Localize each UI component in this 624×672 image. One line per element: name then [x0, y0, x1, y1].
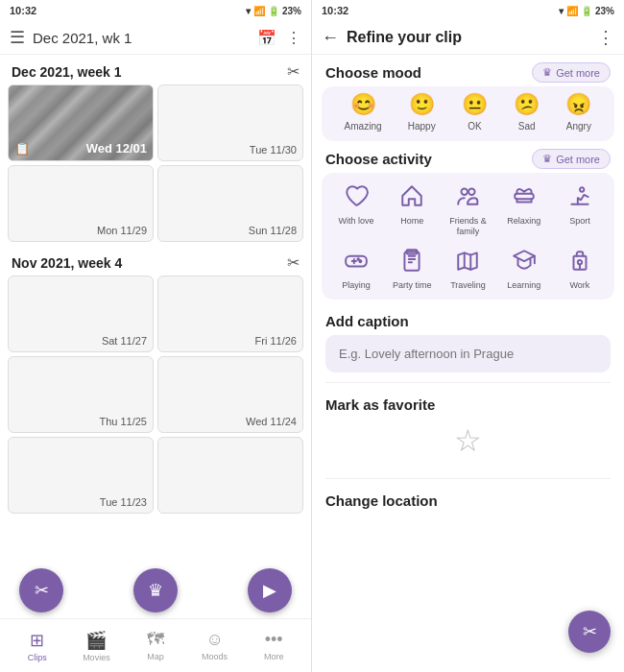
signal-icon: 📶: [253, 6, 265, 16]
right-status-icons: ▾ 📶 🔋 23%: [559, 6, 614, 16]
nav-more[interactable]: ••• More: [244, 630, 303, 661]
scissors-fab[interactable]: ✂: [19, 568, 63, 612]
clip-nov26[interactable]: Fri 11/26: [157, 276, 303, 352]
svg-point-1: [469, 188, 476, 195]
clip-nov30[interactable]: Tue 11/30: [157, 84, 303, 161]
activity-party[interactable]: Party time: [387, 243, 437, 291]
moods-icon: ☺: [205, 630, 223, 650]
scissors-week2-icon[interactable]: ✂: [287, 253, 300, 272]
battery-icon: 🔋: [268, 6, 279, 16]
crown-fab[interactable]: ♛: [133, 568, 178, 612]
right-scissors-fab[interactable]: ✂: [568, 611, 611, 653]
clip-nov25[interactable]: Thu 11/25: [8, 356, 154, 433]
heart-icon: [339, 179, 373, 213]
work-label: Work: [569, 280, 589, 291]
mood-title: Choose mood: [325, 64, 421, 81]
activity-with-love[interactable]: With love: [331, 179, 381, 237]
activity-grid: With love Home Friends & family Relaxing: [322, 173, 614, 300]
divider1: [325, 382, 611, 383]
bottom-nav: ⊞ Clips 🎬 Movies 🗺 Map ☺ Moods ••• More: [0, 618, 311, 672]
work-icon: [563, 243, 597, 277]
activity-traveling[interactable]: Traveling: [443, 243, 492, 291]
clip-nov24[interactable]: Wed 11/24: [157, 356, 303, 433]
clip-calendar-icon: 📋: [14, 141, 30, 156]
activity-playing[interactable]: Playing: [331, 243, 381, 291]
video-fab[interactable]: ▶: [248, 568, 292, 612]
caption-input[interactable]: [325, 335, 611, 372]
activity-relaxing[interactable]: Relaxing: [499, 179, 549, 237]
crown-activity-icon: ♛: [542, 153, 552, 165]
nav-map[interactable]: 🗺 Map: [126, 630, 185, 661]
menu-icon[interactable]: ☰: [10, 27, 25, 48]
clip-nov28[interactable]: Sun 11/28: [157, 165, 303, 242]
activity-work[interactable]: Work: [555, 243, 605, 291]
mood-happy[interactable]: 🙂 Happy: [408, 92, 436, 132]
calendar-icon[interactable]: 📅: [257, 29, 276, 47]
clip-nov28-label: Sun 11/28: [249, 225, 297, 236]
happy-label: Happy: [408, 121, 436, 132]
right-more-icon[interactable]: ⋮: [597, 27, 614, 48]
week1-header: Dec 2021, week 1 ✂: [0, 55, 311, 84]
friends-label: Friends & family: [443, 216, 492, 237]
mood-ok[interactable]: 😐 OK: [462, 92, 488, 132]
angry-label: Angry: [566, 121, 591, 132]
movies-icon: 🎬: [85, 630, 107, 651]
angry-emoji: 😠: [565, 92, 591, 117]
right-time: 10:32: [322, 5, 348, 16]
crown-mood-icon: ♛: [542, 66, 552, 79]
mood-row: 😊 Amazing 🙂 Happy 😐 OK 😕 Sad 😠 Angry: [322, 86, 614, 141]
nav-movies[interactable]: 🎬 Movies: [67, 630, 127, 662]
more-icon[interactable]: ⋮: [286, 29, 301, 47]
svg-rect-2: [515, 194, 534, 199]
clip-nov23[interactable]: Tue 11/23: [8, 437, 154, 514]
week2-header: Nov 2021, week 4 ✂: [0, 246, 311, 276]
left-status-icons: ▾ 📶 🔋 23%: [246, 6, 301, 16]
learning-icon: [507, 243, 541, 277]
map-label: Map: [147, 652, 164, 661]
week-title-header: Dec 2021, wk 1: [33, 30, 250, 46]
clip-dec01[interactable]: 📋 Wed 12/01: [8, 84, 154, 161]
week2-title: Nov 2021, week 4: [12, 255, 122, 271]
right-battery-percent: 23%: [595, 6, 614, 16]
left-time: 10:32: [10, 5, 36, 16]
playing-label: Playing: [342, 280, 371, 291]
mood-get-more-label: Get more: [556, 67, 600, 79]
back-button[interactable]: ←: [322, 28, 339, 48]
activity-title: Choose activity: [325, 151, 432, 167]
mood-sad[interactable]: 😕 Sad: [514, 92, 540, 132]
activity-home[interactable]: Home: [387, 179, 437, 237]
clip-nov23-label: Tue 11/23: [100, 496, 147, 508]
mood-section-header: Choose mood ♛ Get more: [312, 55, 624, 86]
learning-label: Learning: [507, 280, 540, 291]
favorite-star-container[interactable]: ☆: [325, 413, 611, 468]
activity-learning[interactable]: Learning: [499, 243, 549, 291]
svg-point-0: [462, 188, 468, 195]
mood-amazing[interactable]: 😊 Amazing: [345, 92, 382, 132]
refine-title: Refine your clip: [347, 29, 589, 46]
activity-sport[interactable]: Sport: [555, 179, 605, 237]
amazing-label: Amazing: [345, 121, 382, 132]
divider2: [325, 478, 611, 479]
right-panel: 10:32 ▾ 📶 🔋 23% ← Refine your clip ⋮ Cho…: [312, 0, 624, 672]
moods-label: Moods: [202, 652, 228, 661]
nav-clips[interactable]: ⊞ Clips: [8, 630, 67, 662]
caption-title: Add caption: [325, 307, 611, 335]
mood-angry[interactable]: 😠 Angry: [565, 92, 591, 132]
favorite-section: Mark as favorite ☆: [312, 387, 624, 474]
with-love-label: With love: [339, 216, 374, 227]
movies-label: Movies: [83, 653, 110, 662]
gaming-icon: [339, 243, 373, 277]
clips-label: Clips: [28, 653, 47, 662]
activity-friends[interactable]: Friends & family: [443, 179, 492, 237]
home-icon: [395, 179, 429, 213]
clip-nov29[interactable]: Mon 11/29: [8, 165, 154, 242]
activity-get-more-label: Get more: [556, 154, 600, 165]
left-panel: 10:32 ▾ 📶 🔋 23% ☰ Dec 2021, wk 1 📅 ⋮ Dec…: [0, 0, 312, 672]
activity-get-more-button[interactable]: ♛ Get more: [532, 149, 611, 169]
mood-get-more-button[interactable]: ♛ Get more: [532, 62, 611, 83]
nav-moods[interactable]: ☺ Moods: [185, 630, 245, 661]
location-title: Change location: [325, 489, 611, 509]
scissors-week1-icon[interactable]: ✂: [287, 62, 300, 81]
clip-nov27[interactable]: Sat 11/27: [8, 276, 154, 352]
friends-icon: [450, 179, 485, 213]
